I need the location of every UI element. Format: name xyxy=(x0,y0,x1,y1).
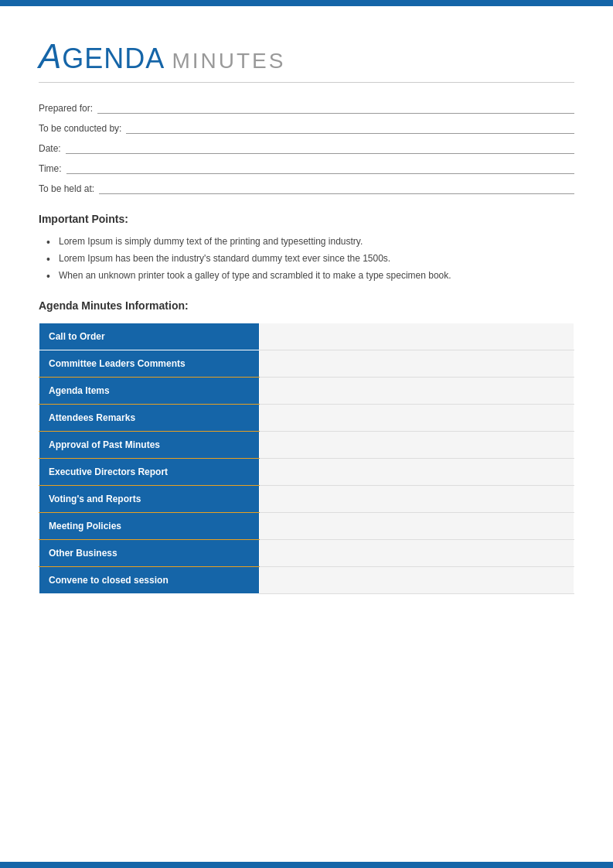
table-row: Executive Directors Report xyxy=(39,459,574,486)
agenda-row-content[interactable] xyxy=(260,567,574,594)
form-field-time: Time: xyxy=(39,162,574,174)
agenda-row-content[interactable] xyxy=(260,540,574,567)
agenda-info-section: Agenda Minutes Information: Call to Orde… xyxy=(39,299,574,594)
table-row: Other Business xyxy=(39,540,574,567)
agenda-row-content[interactable] xyxy=(260,486,574,513)
agenda-info-heading: Agenda Minutes Information: xyxy=(39,299,574,312)
table-row: Attendees Remarks xyxy=(39,405,574,432)
form-field-conducted: To be conducted by: xyxy=(39,121,574,134)
form-line-conducted[interactable] xyxy=(126,121,574,134)
title-section: AGENDA MINUTES xyxy=(39,37,574,76)
agenda-row-label: Committee Leaders Comments xyxy=(39,350,260,378)
agenda-row-label: Executive Directors Report xyxy=(39,459,260,486)
form-field-held: To be held at: xyxy=(39,182,574,194)
agenda-row-label: Meeting Policies xyxy=(39,513,260,540)
form-line-prepared[interactable] xyxy=(97,101,574,114)
form-label-time: Time: xyxy=(39,163,62,174)
agenda-table: Call to OrderCommittee Leaders CommentsA… xyxy=(39,323,574,594)
important-points-heading: Important Points: xyxy=(39,213,574,225)
list-item: When an unknown printer took a galley of… xyxy=(46,270,574,281)
form-label-prepared: Prepared for: xyxy=(39,103,93,114)
agenda-row-label: Agenda Items xyxy=(39,378,260,405)
form-line-date[interactable] xyxy=(66,142,574,154)
table-row: Call to Order xyxy=(39,323,574,350)
form-line-time[interactable] xyxy=(66,162,574,174)
form-field-date: Date: xyxy=(39,142,574,154)
form-label-held: To be held at: xyxy=(39,183,94,194)
table-row: Convene to closed session xyxy=(39,567,574,594)
title-agenda: AGENDA xyxy=(39,43,172,74)
agenda-row-content[interactable] xyxy=(260,378,574,405)
form-section: Prepared for: To be conducted by: Date: … xyxy=(39,101,574,194)
bottom-bar xyxy=(0,862,613,868)
form-line-held[interactable] xyxy=(99,182,574,194)
top-bar xyxy=(0,0,613,6)
title-divider xyxy=(39,82,574,83)
agenda-row-content[interactable] xyxy=(260,405,574,432)
agenda-row-label: Approval of Past Minutes xyxy=(39,432,260,459)
list-item: Lorem Ipsum is simply dummy text of the … xyxy=(46,236,574,247)
form-field-prepared: Prepared for: xyxy=(39,101,574,114)
important-points-list: Lorem Ipsum is simply dummy text of the … xyxy=(39,236,574,281)
form-label-date: Date: xyxy=(39,143,61,154)
agenda-row-content[interactable] xyxy=(260,459,574,486)
table-row: Agenda Items xyxy=(39,378,574,405)
title-minutes: MINUTES xyxy=(172,49,285,73)
important-points-section: Important Points: Lorem Ipsum is simply … xyxy=(39,213,574,281)
agenda-row-content[interactable] xyxy=(260,513,574,540)
agenda-row-content[interactable] xyxy=(260,350,574,378)
table-row: Approval of Past Minutes xyxy=(39,432,574,459)
table-row: Committee Leaders Comments xyxy=(39,350,574,378)
agenda-row-label: Call to Order xyxy=(39,323,260,350)
agenda-row-content[interactable] xyxy=(260,323,574,350)
agenda-row-label: Attendees Remarks xyxy=(39,405,260,432)
agenda-row-content[interactable] xyxy=(260,432,574,459)
table-row: Voting's and Reports xyxy=(39,486,574,513)
list-item: Lorem Ipsum has been the industry's stan… xyxy=(46,253,574,264)
agenda-row-label: Voting's and Reports xyxy=(39,486,260,513)
agenda-row-label: Convene to closed session xyxy=(39,567,260,594)
table-row: Meeting Policies xyxy=(39,513,574,540)
agenda-row-label: Other Business xyxy=(39,540,260,567)
form-label-conducted: To be conducted by: xyxy=(39,123,121,134)
